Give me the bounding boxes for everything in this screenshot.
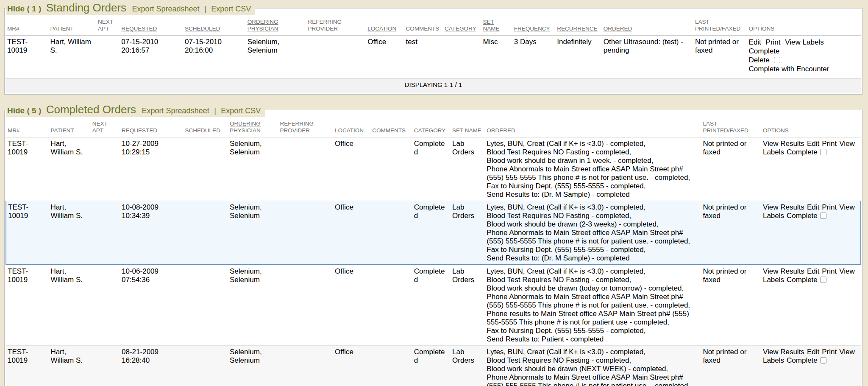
completed-orders-title: Completed Orders [46,103,136,116]
ordered-item: Phone Abnormals to Main Street office AS… [487,229,699,246]
col-comments: COMMENTS [370,118,412,137]
ordered-item: Phone Abnormals to Main Street office AS… [487,165,699,182]
order-checkbox[interactable] [820,277,826,283]
col-set-name-sort[interactable]: SET NAME [481,16,512,36]
cell-last-printed-faxed: Not printed or faxed [693,36,747,79]
complete-link[interactable]: Complete [787,212,818,220]
col-comments: COMMENTS [404,16,443,36]
col-ordering-physician-sort[interactable]: ORDERING PHYSICIAN [228,118,278,137]
completed-export-csv-link[interactable]: Export CSV [221,106,261,115]
col-category-sort[interactable]: CATEGORY [443,16,481,36]
complete-link[interactable]: Complete [787,276,818,284]
completed-export-spreadsheet-link[interactable]: Export Spreadsheet [142,106,209,115]
cell-comments: test [404,36,443,79]
view-results-link[interactable]: View Results [763,348,804,356]
col-ordered-sort[interactable]: ORDERED [602,16,693,36]
cell-options: View ResultsEditPrintView LabelsComplete [761,137,861,201]
cell-ordering-physician: Selenium, Selenium [246,36,306,79]
standing-export-spreadsheet-link[interactable]: Export Spreadsheet [132,5,199,13]
cell-comments [370,265,412,346]
edit-link[interactable]: Edit [807,267,819,275]
cell-set-name: Lab Orders [451,201,485,265]
col-ordered-sort[interactable]: ORDERED [485,118,701,137]
cell-location: Office [366,36,404,79]
col-frequency-sort[interactable]: FREQUENCY [512,16,556,36]
cell-mr: TEST-10019 [6,36,49,79]
col-location-sort[interactable]: LOCATION [333,118,370,137]
col-ordering-physician-sort[interactable]: ORDERING PHYSICIAN [246,16,306,36]
col-options: OPTIONS [747,16,861,36]
delete-link[interactable]: Delete [749,56,770,64]
cell-requested: 10-08-2009 10:34:39 [120,201,184,265]
ordered-item: Phone Abnormals to Main Street office AS… [487,373,699,386]
edit-link[interactable]: Edit [807,140,819,148]
hide-standing-link[interactable]: Hide ( 1 ) [7,4,41,13]
cell-comments [370,137,412,201]
complete-link[interactable]: Complete [787,356,818,364]
col-recurrence-sort[interactable]: RECURRENCE [555,16,602,36]
completed-orders-table: MR# PATIENT NEXT APT REQUESTED SCHEDULED… [6,118,861,386]
cell-next-apt [91,265,120,346]
standing-orders-title: Standing Orders [46,1,126,14]
col-category-sort[interactable]: CATEGORY [412,118,451,137]
cell-ordered: Lytes, BUN, Creat (Call if K+ is <3.0) -… [485,137,701,201]
cell-patient: Hart, William S. [49,346,90,386]
print-link[interactable]: Print [822,267,837,275]
ordered-item: Blood work should be drawn (today or tom… [487,284,699,293]
order-checkbox[interactable] [820,149,826,155]
ordered-item: Fax to Nursing Dept. (555) 555-5555 - co… [487,182,699,190]
print-link[interactable]: Print [822,140,837,148]
view-results-link[interactable]: View Results [763,140,804,148]
cell-mr: TEST-10019 [6,346,49,386]
print-link[interactable]: Print [766,38,781,46]
col-mr: MR# [6,118,49,137]
cell-patient: Hart, William S. [49,36,97,79]
standing-orders-panel: Hide ( 1 ) Standing Orders Export Spread… [4,1,862,95]
col-requested-sort[interactable]: REQUESTED [120,118,184,137]
cell-requested: 10-06-2009 07:54:36 [120,265,184,346]
order-checkbox[interactable] [820,357,826,364]
edit-link[interactable]: Edit [807,348,819,356]
edit-link[interactable]: Edit [807,203,819,211]
view-results-link[interactable]: View Results [763,267,804,275]
standing-export-csv-link[interactable]: Export CSV [211,5,251,13]
col-options: OPTIONS [761,118,861,137]
ordered-item: Blood Test Requires NO Fasting - complet… [487,212,699,220]
cell-scheduled: 07-15-2010 20:16:00 [183,36,246,79]
col-scheduled-sort[interactable]: SCHEDULED [184,118,228,137]
ordered-item: Phone results to Main Street office ASAP… [487,310,699,327]
cell-set-name: Lab Orders [451,265,485,346]
ordered-item: Fax to Nursing Dept. (555) 555-5555 - co… [487,246,699,254]
col-scheduled-sort[interactable]: SCHEDULED [183,16,246,36]
col-location-sort[interactable]: LOCATION [366,16,404,36]
cell-category: Completed [412,265,451,346]
paging-label: DISPLAYING 1-1 / 1 [6,79,861,94]
col-next-apt: NEXT APT [96,16,120,36]
complete-link[interactable]: Complete [787,148,818,156]
print-link[interactable]: Print [822,203,837,211]
complete-link[interactable]: Complete [749,47,780,55]
print-link[interactable]: Print [822,348,837,356]
cell-last-printed-faxed: Not printed or faxed [701,201,761,265]
ordered-item: Blood work should be drawn in 1 week. - … [487,157,699,165]
view-labels-link[interactable]: View Labels [785,38,823,46]
cell-frequency: 3 Days [512,36,556,79]
col-requested-sort[interactable]: REQUESTED [120,16,183,36]
cell-ordering-physician: Selenium, Selenium [228,265,278,346]
cell-next-apt [91,201,120,265]
cell-last-printed-faxed: Not printed or faxed [701,265,761,346]
view-results-link[interactable]: View Results [763,203,804,211]
complete-with-encounter-link[interactable]: Complete with Encounter [749,65,829,73]
col-last-printed-faxed: LAST PRINTED/FAXED [701,118,761,137]
col-set-name-sort[interactable]: SET NAME [451,118,485,137]
cell-location: Office [333,265,370,346]
delete-checkbox[interactable] [774,57,780,63]
ordered-item: Lytes, BUN, Creat (Call if K+ is <3.0) -… [487,348,699,356]
hide-completed-link[interactable]: Hide ( 5 ) [7,106,41,115]
ordered-item: Send Results to: (Dr. M Sample) - comple… [487,254,699,263]
col-mr: MR# [6,16,49,36]
edit-link[interactable]: Edit [749,38,761,46]
ordered-item: Lytes, BUN, Creat (Call if K+ is <3.0) -… [487,203,699,212]
order-checkbox[interactable] [820,213,826,219]
completed-order-row-2-selected: TEST-10019 Hart, William S. 10-08-2009 1… [6,201,861,265]
